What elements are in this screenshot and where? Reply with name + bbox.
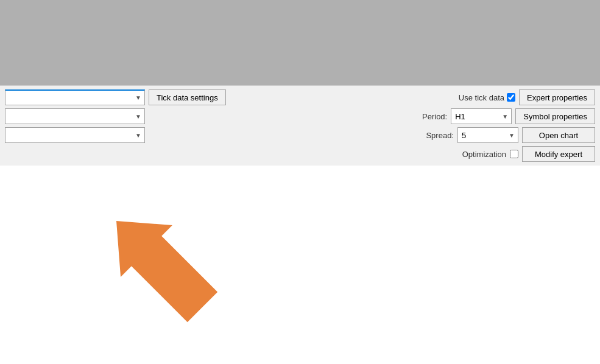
- svg-marker-0: [91, 195, 228, 330]
- left-select-1[interactable]: [5, 89, 145, 105]
- modify-expert-button[interactable]: Modify expert: [522, 146, 595, 162]
- optimization-checkbox[interactable]: [510, 150, 518, 158]
- left-select-2[interactable]: [5, 108, 145, 124]
- use-tick-data-checkbox[interactable]: [507, 93, 515, 102]
- spread-label: Spread:: [426, 131, 454, 140]
- optimization-label: Optimization: [462, 150, 506, 159]
- left-dropdown-1[interactable]: ▼: [5, 89, 145, 105]
- arrow-area: [0, 166, 600, 354]
- optimization-wrapper: Optimization: [462, 150, 518, 159]
- left-select-3[interactable]: [5, 127, 145, 143]
- symbol-properties-button[interactable]: Symbol properties: [515, 108, 595, 124]
- period-dropdown-wrapper[interactable]: M1 M5 M15 M30 H1 H4 D1 W1 MN ▼: [451, 108, 512, 124]
- use-tick-data-wrapper: Use tick data: [459, 93, 515, 102]
- period-select[interactable]: M1 M5 M15 M30 H1 H4 D1 W1 MN: [451, 108, 512, 124]
- expert-properties-button[interactable]: Expert properties: [519, 89, 595, 105]
- period-label: Period:: [422, 112, 447, 121]
- open-chart-button[interactable]: Open chart: [522, 127, 595, 143]
- arrow-svg: [61, 184, 292, 330]
- left-dropdown-3[interactable]: ▼: [5, 127, 145, 143]
- use-tick-data-label: Use tick data: [459, 93, 504, 102]
- spread-select[interactable]: Current 1 2 3 5 10 20: [457, 127, 518, 143]
- toolbar-container: ▼ Tick data settings Use tick data Exper…: [0, 85, 600, 166]
- spread-dropdown-wrapper[interactable]: Current 1 2 3 5 10 20 ▼: [457, 127, 518, 143]
- left-dropdown-2[interactable]: ▼: [5, 108, 145, 124]
- tick-data-settings-button[interactable]: Tick data settings: [149, 89, 226, 105]
- gray-top-area: [0, 0, 600, 85]
